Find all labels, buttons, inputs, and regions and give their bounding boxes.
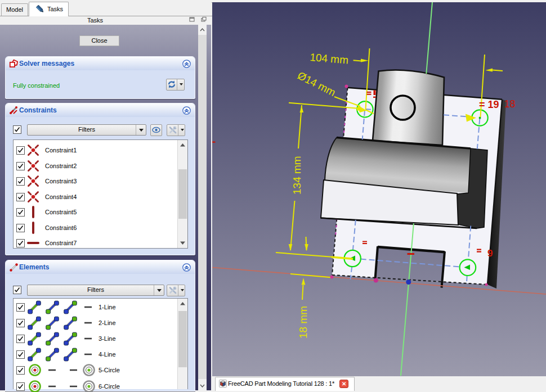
svg-text:9: 9	[487, 248, 493, 259]
svg-text:18: 18	[504, 98, 516, 110]
svg-text:134 mm: 134 mm	[291, 156, 303, 195]
svg-text:= 19: = 19	[479, 99, 499, 110]
svg-text:18 mm: 18 mm	[297, 306, 309, 339]
